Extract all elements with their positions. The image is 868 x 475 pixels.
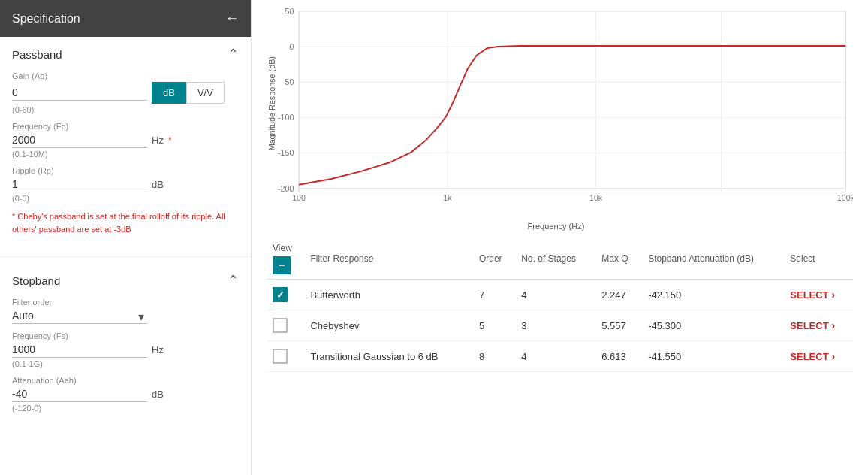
back-button[interactable]: ←: [225, 11, 239, 26]
table-row: Transitional Gaussian to 6 dB846.613-41.…: [267, 341, 853, 372]
filter-order-select[interactable]: Auto 123 456 78910: [12, 308, 147, 324]
svg-text:-200: -200: [278, 184, 294, 193]
gain-field-group: Gain (Ao) dB V/V (0-60): [12, 71, 239, 114]
passband-title: Passband: [12, 48, 62, 61]
select-header: Select: [784, 238, 853, 280]
atten-field-group: Attenuation (Aab) dB (-120-0): [12, 376, 239, 413]
fs-row: Hz: [12, 342, 239, 358]
filter-order-row: Auto 123 456 78910 ▾: [12, 308, 239, 324]
table-row: Butterworth742.247-42.150SELECT ›: [267, 280, 853, 310]
filter-order-2: 8: [473, 341, 515, 372]
filter-stages-1: 3: [515, 310, 595, 341]
fp-row: Hz *: [12, 132, 239, 148]
gain-label: Gain (Ao): [12, 71, 239, 80]
fp-input[interactable]: [12, 132, 147, 148]
svg-text:1k: 1k: [443, 193, 452, 202]
panel-header: Specification ←: [0, 0, 251, 37]
vv-button[interactable]: V/V: [186, 82, 225, 104]
select-button-2[interactable]: SELECT ›: [790, 350, 847, 362]
magnitude-chart: 50 0 -50 -100 -150 -200 100 1k 10k 100k …: [259, 8, 853, 218]
filter-order-1: 5: [473, 310, 515, 341]
filter-response-header: Filter Response: [304, 238, 472, 280]
maxq-header: Max Q: [595, 238, 642, 280]
gain-range: (0-60): [12, 105, 239, 114]
passband-collapse-icon[interactable]: ⌃: [228, 46, 239, 62]
row-checkbox-2[interactable]: [273, 349, 288, 364]
svg-text:-50: -50: [282, 77, 294, 86]
filter-attenuation-1: -45.300: [642, 310, 784, 341]
filter-order-select-wrapper: Auto 123 456 78910 ▾: [12, 308, 147, 324]
stopband-header: Stopband ⌃: [12, 272, 239, 289]
ripple-unit: dB: [152, 179, 164, 190]
ripple-range: (0-3): [12, 194, 239, 203]
atten-range: (-120-0): [12, 404, 239, 413]
svg-text:Magnitude Response (dB): Magnitude Response (dB): [267, 56, 276, 150]
fs-input[interactable]: [12, 342, 147, 358]
gain-unit-toggle: dB V/V: [152, 82, 225, 104]
view-column-header: View −: [267, 238, 304, 280]
fp-field-group: Frequency (Fp) Hz * (0.1-10M): [12, 122, 239, 159]
ripple-field-group: Ripple (Rp) dB (0-3): [12, 166, 239, 203]
filter-stages-2: 4: [515, 341, 595, 372]
filter-attenuation-0: -42.150: [642, 280, 784, 310]
fs-label: Frequency (Fs): [12, 331, 239, 340]
filter-name-1: Chebyshev: [304, 310, 472, 341]
gain-input[interactable]: [12, 85, 147, 101]
fp-label: Frequency (Fp): [12, 122, 239, 131]
ripple-label: Ripple (Rp): [12, 166, 239, 175]
select-button-1[interactable]: SELECT ›: [790, 319, 847, 331]
stopband-collapse-icon[interactable]: ⌃: [228, 272, 239, 289]
passband-note: * Cheby's passband is set at the final r…: [12, 210, 239, 235]
filter-maxq-0: 2.247: [595, 280, 642, 310]
gain-row: dB V/V: [12, 82, 239, 104]
table-area: View − Filter Response Order No. of Stag…: [252, 238, 868, 475]
svg-text:50: 50: [285, 8, 294, 16]
attenuation-header: Stopband Attenuation (dB): [642, 238, 784, 280]
filter-order-0: 7: [473, 280, 515, 310]
svg-text:100: 100: [292, 193, 306, 202]
fs-unit: Hz: [152, 344, 164, 355]
row-checkbox-1[interactable]: [273, 318, 288, 333]
atten-label: Attenuation (Aab): [12, 376, 239, 385]
view-label: View: [273, 243, 292, 253]
right-panel: 50 0 -50 -100 -150 -200 100 1k 10k 100k …: [252, 0, 868, 475]
table-row: Chebyshev535.557-45.300SELECT ›: [267, 310, 853, 341]
fp-unit: Hz: [152, 135, 164, 146]
filter-attenuation-2: -41.550: [642, 341, 784, 372]
table-header-row: View − Filter Response Order No. of Stag…: [267, 238, 853, 280]
chevron-right-icon: ›: [832, 319, 836, 331]
select-button-0[interactable]: SELECT ›: [790, 289, 847, 301]
db-button[interactable]: dB: [152, 82, 186, 104]
chevron-right-icon: ›: [832, 350, 836, 362]
stopband-title: Stopband: [12, 274, 60, 287]
chevron-right-icon: ›: [832, 289, 836, 301]
svg-text:0: 0: [289, 42, 294, 51]
filter-name-2: Transitional Gaussian to 6 dB: [304, 341, 472, 372]
fp-required: *: [168, 135, 172, 146]
atten-row: dB: [12, 386, 239, 402]
stopband-section: Stopband ⌃ Filter order Auto 123 456 789…: [0, 263, 251, 429]
ripple-input[interactable]: [12, 177, 147, 192]
passband-header: Passband ⌃: [12, 46, 239, 62]
view-minus-button[interactable]: −: [273, 256, 291, 274]
row-checkbox-0[interactable]: [273, 287, 288, 302]
filter-stages-0: 4: [515, 280, 595, 310]
chart-x-label: Frequency (Hz): [259, 222, 853, 231]
stages-header: No. of Stages: [515, 238, 595, 280]
left-panel: Specification ← Passband ⌃ Gain (Ao) dB …: [0, 0, 252, 475]
svg-text:10k: 10k: [589, 193, 603, 202]
fp-range: (0.1-10M): [12, 150, 239, 159]
filter-table: View − Filter Response Order No. of Stag…: [267, 238, 853, 372]
filter-maxq-2: 6.613: [595, 341, 642, 372]
filter-order-label: Filter order: [12, 298, 239, 307]
filter-name-0: Butterworth: [304, 280, 472, 310]
fs-range: (0.1-1G): [12, 359, 239, 368]
order-header: Order: [473, 238, 515, 280]
atten-unit: dB: [152, 389, 164, 400]
svg-text:-100: -100: [278, 113, 294, 122]
panel-title: Specification: [12, 12, 80, 26]
atten-input[interactable]: [12, 386, 147, 402]
passband-section: Passband ⌃ Gain (Ao) dB V/V (0-60) Frequ…: [0, 37, 251, 250]
ripple-row: dB: [12, 177, 239, 192]
fs-field-group: Frequency (Fs) Hz (0.1-1G): [12, 331, 239, 368]
